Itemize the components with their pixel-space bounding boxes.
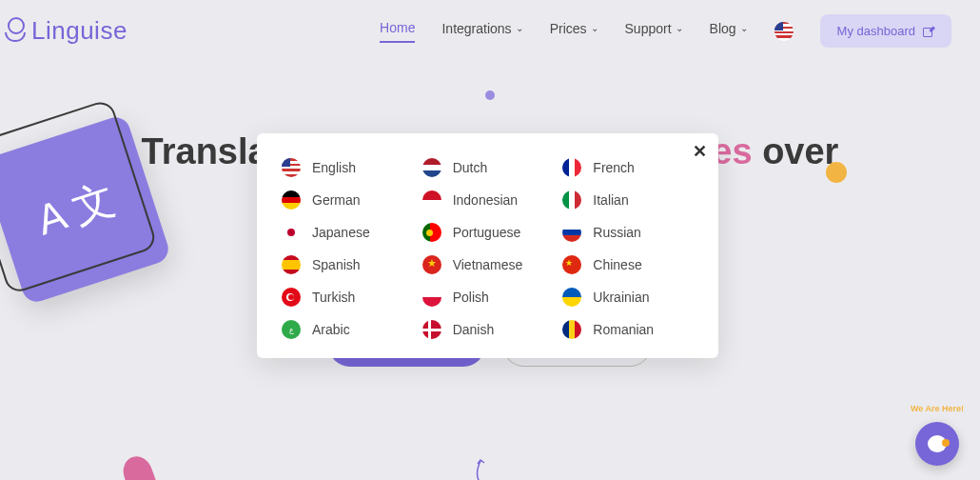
- nav-prices[interactable]: Prices⌄: [550, 21, 598, 42]
- language-item-spanish[interactable]: Spanish: [282, 255, 413, 274]
- language-item-arabic[interactable]: Arabic: [282, 320, 413, 339]
- language-label: Spanish: [312, 257, 361, 272]
- chevron-down-icon: ⌄: [740, 23, 748, 33]
- external-link-icon: [923, 26, 934, 37]
- language-label: Japanese: [312, 225, 370, 240]
- language-item-english[interactable]: English: [282, 158, 413, 177]
- nav: Home Integrations⌄ Prices⌄ Support⌄ Blog…: [380, 14, 951, 48]
- language-item-german[interactable]: German: [282, 190, 413, 210]
- dashboard-label: My dashboard: [837, 24, 915, 38]
- chevron-down-icon: ⌄: [591, 23, 598, 33]
- dashboard-button[interactable]: My dashboard: [820, 14, 951, 48]
- flag-icon-vietnamese: [422, 255, 441, 274]
- flag-icon-danish: [422, 320, 441, 339]
- flag-icon-japanese: [282, 223, 301, 242]
- flag-icon-arabic: [282, 320, 301, 339]
- nav-integrations[interactable]: Integrations⌄: [441, 21, 522, 42]
- language-label: Ukrainian: [593, 290, 649, 305]
- language-label: Turkish: [312, 290, 355, 305]
- chevron-down-icon: ⌄: [676, 23, 683, 33]
- language-grid: EnglishDutchFrenchGermanIndonesianItalia…: [282, 158, 694, 339]
- language-item-french[interactable]: French: [562, 158, 694, 177]
- language-label: Arabic: [312, 322, 350, 337]
- language-popup: ✕ EnglishDutchFrenchGermanIndonesianItal…: [257, 133, 718, 358]
- language-label: Romanian: [593, 322, 654, 337]
- language-label: German: [312, 192, 361, 208]
- flag-icon-russian: [562, 223, 581, 242]
- flag-icon-chinese: [562, 255, 581, 274]
- language-label: Russian: [593, 225, 641, 240]
- language-item-portuguese[interactable]: Portuguese: [422, 223, 554, 242]
- flag-icon-english: [282, 158, 301, 177]
- nav-support[interactable]: Support⌄: [625, 21, 683, 42]
- language-item-japanese[interactable]: Japanese: [282, 223, 413, 242]
- flag-icon-french: [562, 158, 581, 177]
- decoration-dot: [485, 90, 495, 100]
- language-label: Polish: [453, 290, 489, 305]
- language-item-russian[interactable]: Russian: [562, 223, 694, 242]
- logo-text: Linguise: [31, 16, 127, 46]
- flag-icon-ukrainian: [562, 288, 581, 307]
- flag-icon-romanian: [562, 320, 581, 339]
- flag-icon-indonesian: [422, 190, 441, 210]
- chat-widget[interactable]: We Are Here!: [904, 404, 970, 470]
- flag-icon-portuguese: [422, 223, 441, 242]
- arrow-icon: [466, 456, 495, 480]
- language-item-romanian[interactable]: Romanian: [562, 320, 694, 339]
- logo-icon: [5, 17, 26, 46]
- flag-icon-turkish: [282, 288, 301, 307]
- language-item-chinese[interactable]: Chinese: [562, 255, 694, 274]
- decoration-dot-orange: [826, 162, 847, 183]
- language-label: Chinese: [593, 257, 641, 272]
- language-item-polish[interactable]: Polish: [422, 288, 554, 307]
- flag-icon-italian: [562, 190, 581, 210]
- language-item-italian[interactable]: Italian: [562, 190, 694, 210]
- language-label: Portuguese: [453, 225, 521, 240]
- decoration-shape-pink: [119, 452, 157, 480]
- nav-home[interactable]: Home: [380, 20, 415, 43]
- language-label: Danish: [453, 322, 495, 337]
- chat-icon: [915, 422, 959, 466]
- language-item-ukrainian[interactable]: Ukrainian: [562, 288, 694, 307]
- language-item-dutch[interactable]: Dutch: [422, 158, 554, 177]
- language-label: Dutch: [453, 160, 488, 175]
- language-item-indonesian[interactable]: Indonesian: [422, 190, 554, 210]
- language-label: Indonesian: [453, 192, 519, 208]
- flag-icon-spanish: [282, 255, 301, 274]
- language-label: English: [312, 160, 356, 175]
- chevron-down-icon: ⌄: [516, 23, 523, 33]
- close-icon[interactable]: ✕: [693, 141, 707, 162]
- flag-icon-polish: [422, 288, 441, 307]
- language-flag-icon[interactable]: [774, 22, 794, 41]
- flag-icon-dutch: [422, 158, 441, 177]
- language-item-vietnamese[interactable]: Vietnamese: [422, 255, 554, 274]
- flag-icon-german: [282, 190, 301, 210]
- logo[interactable]: Linguise: [5, 16, 127, 46]
- language-label: Vietnamese: [453, 257, 523, 272]
- chat-badge-text: We Are Here!: [904, 404, 970, 413]
- language-item-turkish[interactable]: Turkish: [282, 288, 413, 307]
- language-label: Italian: [593, 192, 628, 208]
- language-item-danish[interactable]: Danish: [422, 320, 554, 339]
- header: Linguise Home Integrations⌄ Prices⌄ Supp…: [0, 0, 980, 62]
- language-label: French: [593, 160, 635, 175]
- nav-blog[interactable]: Blog⌄: [710, 21, 748, 42]
